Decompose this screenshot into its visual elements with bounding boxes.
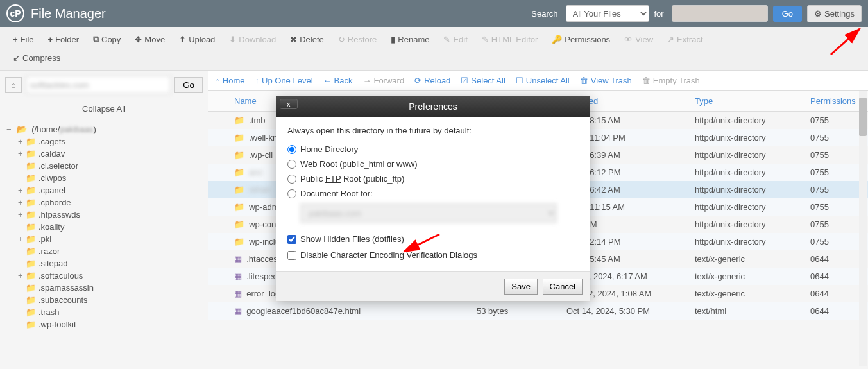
tree-item[interactable]: +📁.cpanel <box>6 184 201 196</box>
view-trash-button[interactable]: 🗑View Trash <box>580 76 632 85</box>
tree-item[interactable]: 📁.cl.selector <box>6 160 201 172</box>
col-type[interactable]: Type <box>688 91 804 112</box>
tree-item[interactable]: 📁.koality <box>6 221 201 233</box>
delete-button[interactable]: ✖Delete <box>284 30 330 48</box>
reload-button[interactable]: ⟳Reload <box>414 76 450 85</box>
file-icon: ▦ <box>234 306 242 316</box>
disable-encoding-checkbox[interactable] <box>287 251 296 260</box>
tree-item[interactable]: +📁.pki <box>6 233 201 245</box>
tree-item[interactable]: +📁.cagefs <box>6 135 201 148</box>
back-button[interactable]: ←Back <box>323 76 353 85</box>
select-all-button[interactable]: ☑Select All <box>461 76 505 85</box>
expand-icon[interactable]: + <box>18 149 24 159</box>
tree-item[interactable]: 📁.clwpos <box>6 172 201 184</box>
upload-button[interactable]: ⬆Upload <box>173 30 221 48</box>
empty-trash-button[interactable]: 🗑Empty Trash <box>642 76 700 85</box>
annotation-arrow-settings <box>828 26 866 58</box>
modal-close-button[interactable]: x <box>280 99 298 109</box>
tree-item[interactable]: +📁.cphorde <box>6 196 201 209</box>
tree-root[interactable]: − 📂 (/home/pakibaas) <box>6 123 201 135</box>
show-hidden-checkbox[interactable] <box>287 235 296 244</box>
forward-button[interactable]: →Forward <box>362 76 404 85</box>
folder-icon: 📁 <box>26 295 36 305</box>
unselect-all-button[interactable]: ☐Unselect All <box>516 76 570 85</box>
edit-icon: ✎ <box>443 35 450 44</box>
tree-item[interactable]: +📁.softaculous <box>6 270 201 282</box>
radio-ftp-input[interactable] <box>287 175 296 184</box>
folder-button[interactable]: +Folder <box>42 30 85 48</box>
tree-item-label: .subaccounts <box>38 295 88 305</box>
edit-button[interactable]: ✎Edit <box>437 30 473 48</box>
folder-icon: 📁 <box>26 234 36 244</box>
table-row[interactable]: ▦ googleaacef1bd60ac847e.html53 bytesOct… <box>208 302 868 320</box>
expand-icon[interactable]: + <box>18 234 24 244</box>
copy-button[interactable]: ⧉Copy <box>87 30 127 48</box>
tree-item[interactable]: 📁.subaccounts <box>6 294 201 306</box>
folder-icon: 📁 <box>26 161 36 171</box>
html-editor-button[interactable]: ✎HTML Editor <box>475 30 544 48</box>
tree-item[interactable]: 📁.razor <box>6 245 201 257</box>
expand-icon[interactable]: + <box>18 185 24 195</box>
up-one-level-button[interactable]: ↑Up One Level <box>255 76 313 85</box>
expand-icon[interactable]: + <box>18 271 24 280</box>
collapse-icon[interactable]: − <box>6 124 13 134</box>
expand-icon[interactable]: + <box>18 137 24 146</box>
tree-item-label: .razor <box>38 246 60 256</box>
tree-item[interactable]: 📁.spamassassin <box>6 282 201 294</box>
expand-icon[interactable]: + <box>18 198 24 207</box>
tree-item-label: .cpanel <box>38 185 65 195</box>
permissions-button[interactable]: 🔑Permissions <box>545 30 617 48</box>
radio-document-root[interactable]: Document Root for: <box>287 186 579 201</box>
radio-web-input[interactable] <box>287 160 296 169</box>
folder-icon: 📁 <box>26 271 36 280</box>
search-go-button[interactable]: Go <box>773 6 802 22</box>
save-button[interactable]: Save <box>504 279 538 295</box>
cancel-button[interactable]: Cancel <box>543 279 583 295</box>
home-button[interactable]: ⌂Home <box>215 76 245 85</box>
view-button[interactable]: 👁View <box>618 30 660 48</box>
radio-doc-input[interactable] <box>287 189 296 198</box>
tree-item[interactable]: +📁.htpasswds <box>6 209 201 221</box>
move-button[interactable]: ✥Move <box>128 30 171 48</box>
tree-item-label: .pki <box>38 234 51 244</box>
tree-item[interactable]: 📁.sitepad <box>6 257 201 270</box>
col-permissions[interactable]: Permissions <box>804 91 868 112</box>
check-icon: ☑ <box>461 76 468 85</box>
file-button[interactable]: +File <box>6 30 40 48</box>
rename-button[interactable]: ▮Rename <box>384 30 436 48</box>
search-label: Search <box>531 9 557 19</box>
path-input[interactable] <box>26 76 171 94</box>
tree-item[interactable]: 📁.wp-toolkit <box>6 318 201 330</box>
tree-item-label: .caldav <box>38 149 65 159</box>
settings-button[interactable]: ⚙Settings <box>807 5 862 22</box>
extract-button[interactable]: ↗Extract <box>661 30 709 48</box>
tree-item-label: .sitepad <box>38 259 68 268</box>
download-button[interactable]: ⬇Download <box>223 30 282 48</box>
restore-icon: ↻ <box>338 35 345 44</box>
radio-home-directory[interactable]: Home Directory <box>287 142 579 157</box>
reload-icon: ⟳ <box>414 76 421 85</box>
radio-public-ftp[interactable]: Public FTP Root (public_ftp) <box>287 171 579 186</box>
preferences-modal: x Preferences Always open this directory… <box>276 96 590 301</box>
tree-item[interactable]: +📁.caldav <box>6 148 201 160</box>
move-icon: ✥ <box>135 35 142 44</box>
path-go-button[interactable]: Go <box>174 77 203 93</box>
restore-button[interactable]: ↻Restore <box>332 30 384 48</box>
document-root-select[interactable]: pakibaas.com <box>300 203 557 223</box>
scrollbar-thumb[interactable] <box>859 98 867 136</box>
radio-web-root[interactable]: Web Root (public_html or www) <box>287 157 579 171</box>
gear-icon: ⚙ <box>814 9 822 19</box>
folder-icon: 📁 <box>26 137 36 146</box>
eye-icon: 👁 <box>624 35 633 44</box>
tree-item[interactable]: 📁.trash <box>6 306 201 318</box>
collapse-all-button[interactable]: Collapse All <box>0 99 208 119</box>
radio-home-input[interactable] <box>287 145 296 154</box>
content-toolbar: ⌂Home ↑Up One Level ←Back →Forward ⟳Relo… <box>208 71 868 91</box>
trash-icon: 🗑 <box>580 76 588 85</box>
folder-open-icon: 📂 <box>17 124 27 134</box>
home-icon[interactable]: ⌂ <box>5 77 22 93</box>
search-scope-select[interactable]: All Your Files <box>566 5 649 22</box>
search-input[interactable] <box>672 5 768 22</box>
compress-button[interactable]: ↙Compress <box>6 49 862 67</box>
expand-icon[interactable]: + <box>18 210 24 219</box>
